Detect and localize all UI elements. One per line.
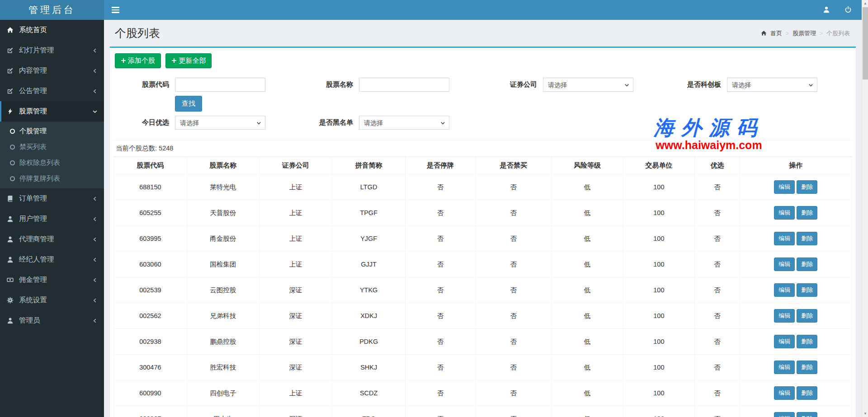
table-cell: TPGF	[332, 200, 406, 226]
sidebar-item[interactable]: 公告管理	[0, 81, 104, 101]
vertical-scrollbar[interactable]: ▲ ▼	[862, 0, 868, 417]
sidebar-subitem[interactable]: 禁买列表	[0, 139, 104, 155]
table-row: 688150莱特光电上证LTGD否否低100否编辑删除	[114, 174, 852, 200]
app-logo[interactable]: 管理后台	[0, 0, 104, 20]
table-cell: 上证	[259, 200, 332, 226]
sidebar-item[interactable]: 系统首页	[0, 20, 104, 40]
sidebar-item[interactable]: 订单管理	[0, 188, 104, 209]
update-all-button[interactable]: 更新全部	[165, 53, 212, 68]
delete-button[interactable]: 删除	[797, 412, 817, 417]
star-market-label: 是否科创板	[667, 80, 721, 89]
actions-cell: 编辑删除	[740, 226, 852, 252]
sidebar-item-label: 管理员	[19, 316, 40, 325]
breadcrumb-home[interactable]: 首页	[770, 29, 782, 37]
table-cell: 605255	[114, 200, 187, 226]
sidebar-item[interactable]: 系统设置	[0, 290, 104, 310]
edit-button[interactable]: 编辑	[774, 412, 795, 417]
stock-code-input[interactable]	[175, 78, 265, 92]
table-row: 002867周大生深证ZDS否否低100否编辑删除	[114, 406, 852, 417]
column-header: 证券公司	[259, 157, 332, 174]
edit-button[interactable]: 编辑	[774, 232, 795, 245]
edit-button[interactable]: 编辑	[774, 386, 795, 400]
scroll-up-arrow[interactable]: ▲	[862, 0, 868, 7]
today-pick-select[interactable]: 请选择	[175, 116, 265, 129]
table-cell: 否	[406, 303, 476, 329]
sidebar-subitem[interactable]: 除权除息列表	[0, 155, 104, 171]
add-stock-button[interactable]: 添加个股	[115, 53, 161, 68]
power-icon[interactable]	[844, 5, 853, 14]
home-icon	[7, 27, 14, 34]
column-header: 优选	[695, 157, 740, 174]
sidebar-item[interactable]: 幻灯片管理	[0, 40, 104, 61]
chevron-left-icon	[92, 257, 98, 262]
sidebar-subitem-label: 停牌复牌列表	[19, 174, 60, 183]
table-cell: ZDS	[332, 406, 406, 417]
table-cell: 002562	[114, 303, 187, 329]
delete-button[interactable]: 删除	[797, 361, 817, 374]
edit-button[interactable]: 编辑	[774, 309, 795, 323]
table-cell: 否	[406, 174, 476, 200]
column-header: 是否停牌	[406, 157, 476, 174]
edit-button[interactable]: 编辑	[774, 361, 795, 374]
sidebar-item-label: 内容管理	[19, 66, 47, 75]
delete-button[interactable]: 删除	[797, 206, 817, 220]
user-icon[interactable]	[822, 5, 831, 14]
sidebar-item[interactable]: 经纪人管理	[0, 249, 104, 270]
main-content: 个股列表 首页 > 股票管理 > 个股列表 添加个股 更新全部	[104, 20, 868, 417]
blacklist-select[interactable]: 请选择	[359, 116, 449, 129]
sidebar: 系统首页幻灯片管理内容管理公告管理股票管理个股管理禁买列表除权除息列表停牌复牌列…	[0, 20, 104, 417]
delete-button[interactable]: 删除	[797, 309, 817, 323]
edit-button[interactable]: 编辑	[774, 258, 795, 271]
sidebar-item-label: 佣金管理	[19, 275, 47, 285]
table-cell: 兄弟科技	[187, 303, 259, 329]
scroll-down-arrow[interactable]: ▼	[862, 410, 868, 417]
sidebar-toggle-button[interactable]	[104, 0, 127, 20]
chevron-left-icon	[92, 318, 98, 323]
company-select[interactable]: 请选择	[543, 78, 633, 91]
sidebar-subitem[interactable]: 个股管理	[0, 123, 104, 139]
sidebar-item[interactable]: 内容管理	[0, 61, 104, 81]
sidebar-item[interactable]: 管理员	[0, 310, 104, 331]
delete-button[interactable]: 删除	[797, 335, 817, 348]
table-cell: 否	[406, 200, 476, 226]
actions-cell: 编辑删除	[740, 174, 852, 200]
edit-button[interactable]: 编辑	[774, 283, 795, 297]
scrollbar-thumb[interactable]	[863, 7, 868, 80]
table-cell: 否	[695, 355, 740, 380]
today-pick-select-wrap: 请选择	[175, 116, 265, 130]
sidebar-item[interactable]: 用户管理	[0, 209, 104, 229]
actions-cell: 编辑删除	[740, 355, 852, 380]
user-icon	[7, 236, 14, 243]
sidebar-item[interactable]: 代理商管理	[0, 229, 104, 249]
edit-button[interactable]: 编辑	[774, 206, 795, 220]
delete-button[interactable]: 删除	[797, 283, 817, 297]
table-cell: 否	[476, 329, 552, 355]
table-cell: 100	[623, 252, 694, 277]
chevron-left-icon	[92, 298, 98, 303]
filter-row-2: 查找	[113, 96, 852, 112]
breadcrumb-stock-management[interactable]: 股票管理	[793, 29, 816, 37]
delete-button[interactable]: 删除	[797, 258, 817, 271]
sidebar-subitem[interactable]: 停牌复牌列表	[0, 171, 104, 187]
delete-button[interactable]: 删除	[797, 386, 817, 400]
table-cell: 上证	[259, 380, 332, 406]
search-button[interactable]: 查找	[175, 96, 202, 112]
star-market-select[interactable]: 请选择	[727, 78, 817, 91]
delete-button[interactable]: 删除	[797, 232, 817, 245]
stock-name-input[interactable]	[359, 78, 449, 92]
column-header: 风险等级	[552, 157, 623, 174]
table-cell: 否	[476, 174, 552, 200]
box-body: 添加个股 更新全部 股票代码 股票名称	[110, 48, 856, 417]
edit-button[interactable]: 编辑	[774, 335, 795, 348]
delete-button[interactable]: 删除	[797, 180, 817, 194]
breadcrumb: 首页 > 股票管理 > 个股列表	[761, 29, 850, 37]
sidebar-item-label: 系统首页	[19, 25, 47, 35]
sidebar-item[interactable]: 佣金管理	[0, 270, 104, 290]
edit-button[interactable]: 编辑	[774, 180, 795, 194]
table-cell: 否	[406, 226, 476, 252]
table-cell: 100	[623, 174, 694, 200]
actions-cell: 编辑删除	[740, 252, 852, 277]
sidebar-item-label: 用户管理	[19, 214, 47, 224]
sidebar-item[interactable]: 股票管理	[0, 101, 104, 122]
blacklist-select-wrap: 请选择	[359, 116, 449, 130]
